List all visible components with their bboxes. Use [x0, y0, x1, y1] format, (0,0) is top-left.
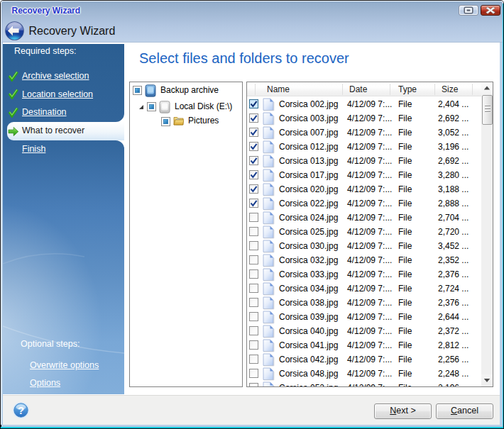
svg-text:?: ? [18, 404, 24, 416]
